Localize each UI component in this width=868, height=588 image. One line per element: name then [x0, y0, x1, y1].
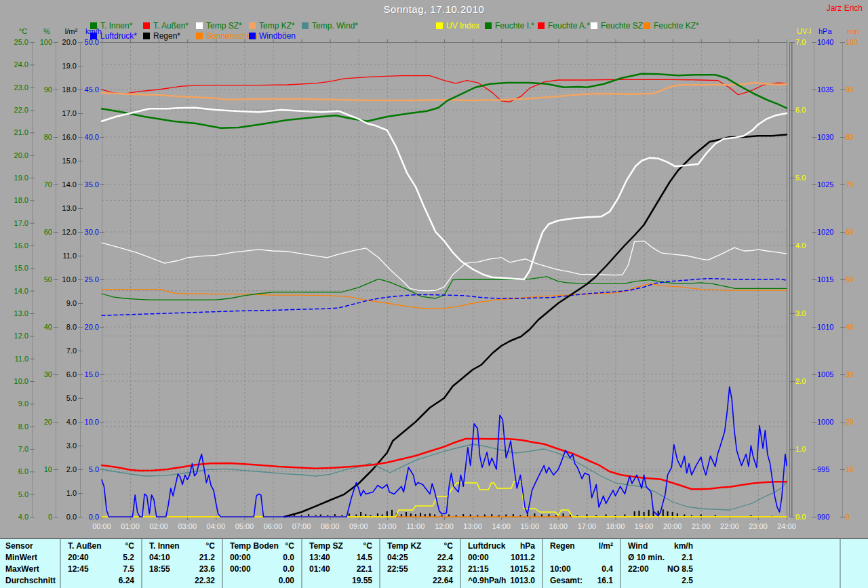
table-cell: Luftdruck: [468, 541, 505, 551]
table-cell: 21.2: [199, 553, 215, 562]
legend-label: Feuchte SZ*: [601, 21, 646, 31]
svg-text:20.0: 20.0: [85, 323, 99, 331]
legend-label: Windböen: [259, 31, 296, 41]
weather-day-chart-window: Sonntag, 17.10.2010 Jarz Erich 4.05.06.0…: [0, 0, 868, 588]
svg-text:13.0: 13.0: [62, 204, 77, 212]
svg-text:18:00: 18:00: [606, 522, 625, 530]
svg-text:10.0: 10.0: [62, 275, 77, 283]
legend-item-temp-sz-: Temp SZ*: [196, 21, 242, 29]
series-regen-summe: [284, 135, 787, 517]
table-cell: ^0.9hPa/h: [468, 576, 506, 585]
svg-text:25.0: 25.0: [85, 275, 99, 283]
table-group-luftdruck: LuftdruckhPa00:001011.221:151015.2^0.9hP…: [460, 539, 542, 588]
svg-text:17.0: 17.0: [14, 219, 28, 227]
axis-min: 0102030405060708090100min: [840, 27, 859, 521]
legend-item-feuchte-i-: Feuchte I.*: [485, 21, 534, 29]
svg-text:11:00: 11:00: [407, 522, 425, 530]
table-cell: 22.32: [195, 576, 215, 585]
table-cell: 1011.2: [511, 553, 535, 562]
axis-lm2: 0.01.02.03.04.05.06.07.08.09.010.011.012…: [62, 27, 83, 521]
svg-text:60: 60: [44, 228, 52, 236]
row-label-sensor: Sensor: [5, 541, 33, 551]
svg-text:40: 40: [44, 323, 52, 331]
svg-text:15.0: 15.0: [85, 370, 99, 378]
table-group-wind: Windkm/hØ 10 min.2.122:00NO 8.52.5: [620, 539, 700, 588]
svg-text:14:00: 14:00: [492, 522, 511, 530]
legend-color-swatch: [644, 22, 650, 29]
table-cell: Regen: [550, 541, 575, 551]
svg-text:90: 90: [846, 85, 854, 94]
stats-table: SensorMinWertMaxWertDurchschnittT. Außen…: [0, 538, 868, 588]
svg-text:9.0: 9.0: [66, 299, 77, 307]
svg-text:20: 20: [44, 418, 52, 426]
legend-item-regen-: Regen*: [143, 31, 180, 39]
svg-text:1.0: 1.0: [66, 489, 77, 497]
table-cell: 1015.2: [510, 564, 535, 574]
legend-item-t-innen-: T. Innen*: [90, 21, 132, 29]
table-cell: 1013.0: [510, 576, 535, 585]
table-cell: 0.0: [283, 553, 294, 562]
svg-text:100: 100: [846, 38, 858, 46]
table-group-temp-kz: Temp KZ°C04:2522.422:5523.222.64: [379, 539, 460, 588]
svg-text:2.0: 2.0: [66, 465, 77, 473]
svg-text:1030: 1030: [817, 133, 833, 141]
table-cell: 18:55: [149, 564, 170, 574]
svg-text:10.0: 10.0: [85, 418, 99, 426]
legend-label: Feuchte KZ*: [654, 21, 699, 31]
table-cell: 0.0: [283, 564, 294, 574]
axis-header-uv: UV-I: [797, 27, 811, 35]
legend-item-temp-wind-: Temp. Wind*: [302, 21, 358, 29]
svg-text:5.0: 5.0: [795, 174, 806, 182]
table-cell: °C: [444, 541, 453, 551]
svg-text:20.0: 20.0: [62, 38, 77, 46]
table-cell: Gesamt:: [550, 576, 583, 585]
table-cell: 21:15: [468, 564, 489, 574]
svg-text:6.0: 6.0: [66, 370, 77, 378]
svg-text:14.0: 14.0: [14, 287, 28, 295]
svg-text:50: 50: [846, 275, 854, 283]
table-cell: 2.5: [682, 576, 693, 585]
svg-text:18.0: 18.0: [14, 196, 28, 204]
svg-text:6.0: 6.0: [795, 106, 806, 114]
svg-text:45.0: 45.0: [85, 85, 99, 94]
table-cell: 6.24: [119, 576, 134, 585]
svg-text:10.0: 10.0: [14, 377, 28, 385]
table-cell: 7.5: [123, 564, 134, 574]
table-cell: km/h: [674, 541, 693, 551]
legend-color-swatch: [143, 22, 150, 29]
svg-text:4.0: 4.0: [795, 241, 806, 250]
table-cell: 00:00: [230, 564, 251, 574]
legend-label: T. Innen*: [100, 21, 132, 31]
table-cell: 23.6: [199, 564, 215, 574]
svg-text:80: 80: [44, 133, 52, 141]
svg-text:19:00: 19:00: [635, 522, 654, 530]
svg-text:0.0: 0.0: [89, 513, 99, 521]
svg-text:100: 100: [40, 38, 52, 46]
svg-text:20.0: 20.0: [14, 151, 28, 159]
table-cell: 22:00: [628, 564, 649, 574]
svg-text:19.0: 19.0: [14, 174, 28, 182]
table-group-temp-boden: Temp Boden°C00:000.000:000.00.00: [222, 539, 301, 588]
legend-item-luftdruck-: Luftdruck*: [90, 31, 137, 39]
svg-text:04:00: 04:00: [207, 522, 226, 530]
table-cell: 22.1: [357, 564, 372, 574]
table-cell: °C: [206, 541, 215, 551]
svg-text:1040: 1040: [817, 38, 833, 46]
svg-text:70: 70: [846, 180, 854, 189]
svg-text:0: 0: [48, 513, 52, 521]
svg-text:0.0: 0.0: [66, 513, 77, 521]
svg-text:16.0: 16.0: [14, 241, 28, 250]
table-cell: 0.4: [601, 564, 613, 574]
table-cell: 04:10: [149, 553, 170, 562]
svg-text:23:00: 23:00: [749, 522, 768, 530]
svg-text:17:00: 17:00: [578, 522, 597, 530]
axis-kmh: 0.05.010.015.020.025.030.035.040.045.050…: [85, 27, 104, 521]
axis-header-tempC: °C: [19, 27, 27, 35]
svg-text:50: 50: [44, 275, 52, 283]
svg-text:4.0: 4.0: [66, 418, 77, 426]
legend-item-feuchte-a-: Feuchte A.*: [538, 21, 590, 29]
svg-text:08:00: 08:00: [321, 522, 340, 530]
table-cell: 12:45: [68, 564, 89, 574]
svg-text:02:00: 02:00: [149, 522, 168, 530]
svg-text:09:00: 09:00: [349, 522, 368, 530]
